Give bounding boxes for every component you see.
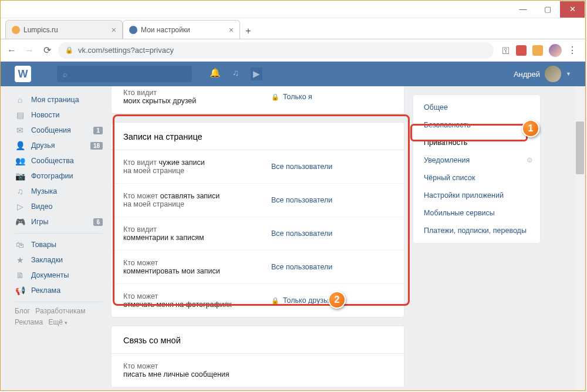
tab-title: Мои настройки: [141, 26, 190, 34]
nav-label: Игры: [31, 218, 48, 226]
setting-label: Кто можеткомментировать мои записи: [123, 259, 271, 275]
annotation-badge-2: 2: [328, 291, 346, 309]
gear-icon[interactable]: ⚙: [527, 156, 533, 164]
nav-photos[interactable]: 📷Фотографии: [15, 168, 103, 184]
nav-label: Музыка: [31, 187, 57, 195]
search-icon: ⌕: [63, 70, 68, 79]
setting-label: Кто видит чужие записина моей странице: [123, 158, 271, 175]
nav-my-page[interactable]: ⌂Моя страница: [15, 92, 103, 107]
extension-icon-2[interactable]: [532, 45, 543, 56]
nav-news[interactable]: ▤Новости: [15, 107, 103, 123]
new-tab-button[interactable]: +: [240, 26, 257, 39]
nav-label: Фотографии: [31, 172, 73, 180]
nav-label: Видео: [31, 202, 53, 211]
side-privacy[interactable]: Приватность: [413, 134, 540, 151]
profile-avatar[interactable]: [549, 44, 562, 57]
nav-messages[interactable]: ✉Сообщения1: [15, 123, 103, 138]
nav-back[interactable]: ←: [5, 44, 18, 57]
win-close[interactable]: ✕: [560, 1, 585, 18]
setting-value[interactable]: 🔒 Только я: [271, 93, 312, 101]
news-icon: ▤: [15, 110, 25, 120]
side-blacklist[interactable]: Чёрный список: [413, 169, 540, 187]
notifications-icon[interactable]: 🔔: [210, 67, 221, 80]
nav-label: Товары: [31, 241, 56, 249]
setting-label: Кто видиткомментарии к записям: [123, 225, 271, 242]
vk-user-menu[interactable]: Андрей ▼: [514, 66, 571, 82]
play-icon[interactable]: ▶: [251, 67, 262, 80]
vk-logo[interactable]: W: [15, 66, 31, 82]
setting-row: Кто может оставлять записина моей страни…: [112, 184, 404, 217]
setting-label: Кто может оставлять записина моей страни…: [123, 192, 271, 208]
footer-ads[interactable]: Реклама: [15, 318, 43, 326]
nav-music[interactable]: ♫Музыка: [15, 184, 103, 199]
setting-label: Кто можетотмечать меня на фотографиях: [123, 292, 271, 309]
nav-video[interactable]: ▷Видео: [15, 199, 103, 214]
nav-market[interactable]: 🛍Товары: [15, 237, 103, 252]
nav-docs[interactable]: 🗎Документы: [15, 268, 103, 283]
lock-icon: 🔒: [271, 93, 279, 101]
card-partial-top: Кто видит моих скрытых друзей 🔒 Только я: [111, 86, 404, 114]
nav-label: Новости: [31, 111, 59, 119]
key-icon[interactable]: ⚿: [502, 46, 510, 55]
badge: 1: [93, 127, 103, 134]
setting-row: Кто можетотмечать меня на фотографиях 🔒Т…: [112, 284, 404, 317]
nav-forward[interactable]: →: [23, 44, 36, 57]
browser-tab-lumpics[interactable]: Lumpics.ru ×: [5, 20, 123, 39]
footer-blog[interactable]: Блог: [15, 307, 30, 315]
separator: [15, 302, 103, 302]
url-field[interactable]: 🔒 vk.com/settings?act=privacy: [58, 42, 494, 59]
separator: [15, 233, 103, 234]
friends-icon: 👤: [15, 141, 25, 150]
favicon-lumpics: [12, 26, 20, 34]
side-apps[interactable]: Настройки приложений: [413, 187, 540, 204]
setting-value[interactable]: Все пользователи: [271, 263, 332, 271]
tab-close-icon[interactable]: ×: [112, 25, 116, 35]
setting-value[interactable]: 🔒Только друзья: [271, 296, 332, 305]
side-mobile[interactable]: Мобильные сервисы: [413, 204, 540, 222]
nav-games[interactable]: 🎮Игры6: [15, 214, 103, 229]
avatar: [545, 66, 561, 82]
extension-icon-1[interactable]: [516, 45, 527, 56]
vk-header: W ⌕ 🔔 ♫ ▶ Андрей ▼: [1, 62, 585, 86]
nav-friends[interactable]: 👤Друзья18: [15, 138, 103, 153]
setting-label: Кто видит моих скрытых друзей: [123, 89, 271, 105]
footer-links: Блог Разработчикам Реклама Ещё: [15, 306, 103, 328]
win-minimize[interactable]: —: [511, 1, 535, 18]
groups-icon: 👥: [15, 156, 25, 165]
setting-value[interactable]: Все пользователи: [271, 196, 332, 204]
nav-label: Сообщества: [31, 157, 74, 165]
browser-menu-icon[interactable]: ⋮: [568, 45, 577, 56]
tab-title: Lumpics.ru: [23, 26, 58, 34]
tab-strip: Lumpics.ru × Мои настройки × +: [1, 18, 585, 39]
doc-icon: 🗎: [15, 271, 25, 280]
badge: 6: [93, 218, 103, 226]
win-maximize[interactable]: ▢: [535, 1, 560, 18]
star-icon: ★: [15, 255, 25, 265]
setting-value[interactable]: Все пользователи: [271, 163, 332, 171]
setting-value[interactable]: Все пользователи: [271, 229, 332, 238]
nav-ads[interactable]: 📢Реклама: [15, 283, 103, 298]
url-text: vk.com/settings?act=privacy: [78, 46, 174, 55]
annotation-badge-1: 1: [522, 120, 539, 137]
setting-row: Кто можеткомментировать мои записи Все п…: [112, 251, 404, 284]
nav-bookmarks[interactable]: ★Закладки: [15, 252, 103, 268]
setting-row: Кто можетписать мне личные сообщения: [112, 354, 404, 387]
browser-tab-vk[interactable]: Мои настройки ×: [123, 20, 240, 39]
tab-close-icon[interactable]: ×: [229, 25, 234, 35]
nav-reload[interactable]: ⟳: [41, 44, 53, 57]
ads-icon: 📢: [15, 286, 25, 295]
address-bar: ← → ⟳ 🔒 vk.com/settings?act=privacy ⚿ ⋮: [1, 39, 585, 62]
side-general[interactable]: Общее: [413, 99, 540, 116]
side-security[interactable]: Безопасность: [413, 116, 540, 134]
badge: 18: [90, 142, 103, 150]
photo-icon: 📷: [15, 171, 25, 181]
scrollbar-thumb[interactable]: [576, 121, 584, 174]
side-notifications[interactable]: Уведомления⚙: [413, 151, 540, 169]
msg-icon: ✉: [15, 126, 25, 135]
side-payments[interactable]: Платежи, подписки, переводы: [413, 222, 540, 239]
vk-search-input[interactable]: ⌕: [57, 66, 192, 82]
footer-devs[interactable]: Разработчикам: [35, 307, 85, 315]
footer-more[interactable]: Ещё: [48, 318, 67, 326]
nav-groups[interactable]: 👥Сообщества: [15, 153, 103, 168]
music-icon[interactable]: ♫: [232, 67, 239, 80]
